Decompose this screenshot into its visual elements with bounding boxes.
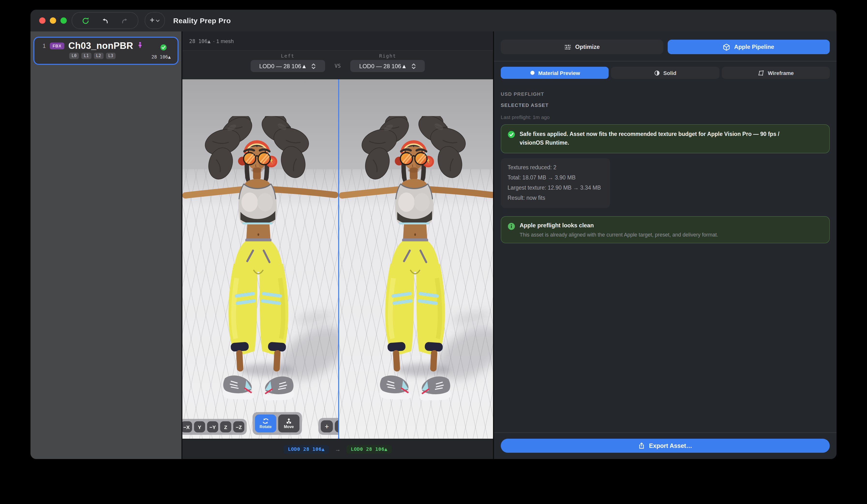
preflight-clean-banner: Apple preflight looks clean This asset i… [501,216,830,243]
app-window: + Reality Prep Pro 1 FBX Ch03_nonPBR [31,10,836,459]
render-mode-segmented-control: Material Preview Solid Wireframe [501,67,830,79]
viewport-meta-bar: 28 106▲ · 1 mesh [182,31,493,51]
zoom-out-button[interactable] [335,420,339,432]
transform-tool-group: Rotate Move [253,412,302,435]
asset-name: Ch03_nonPBR [68,41,133,50]
lod-compare-bar: Left LOD0 — 28 106▲ VS Right LOD0 — 28 1… [182,51,493,79]
move-tool-button[interactable]: Move [278,415,299,432]
refresh-icon [82,17,89,24]
left-lod-value: LOD0 — 28 106▲ [259,63,307,69]
right-3d-viewport[interactable] [339,79,493,439]
redo-icon [121,17,128,24]
circle-filled-icon [529,70,535,75]
undo-icon [101,17,109,24]
mode-wireframe-label: Wireframe [768,70,794,76]
zoom-window-button[interactable] [61,18,67,24]
character-model [339,116,493,406]
lod-chip: L2 [94,53,104,59]
left-3d-viewport[interactable]: −X Y −Y Z −Z Rotate [182,79,339,439]
character-icon [138,41,143,48]
axis-view-controls: −X Y −Y Z −Z [182,419,247,435]
inspector-panel: Optimize Apple Pipeline Material Preview [493,31,836,459]
mode-material-label: Material Preview [538,70,580,76]
plus-icon: + [150,16,154,24]
vs-label: VS [334,63,341,69]
check-circle-icon [507,131,515,138]
preflight-clean-subtitle: This asset is already aligned with the c… [520,232,718,238]
tab-optimize[interactable]: Optimize [501,40,663,54]
circle-half-icon [654,70,660,76]
left-lod-dropdown[interactable]: LOD0 — 28 106▲ [250,60,325,72]
section-selected-asset: SELECTED ASSET [501,103,830,108]
zoom-in-button[interactable]: + [321,420,333,432]
refresh-button[interactable] [79,14,92,27]
chevrons-updown-icon [411,63,416,69]
right-lod-value: LOD0 — 28 106▲ [359,63,407,69]
stat-largest-texture: Largest texture: 12.90 MB → 3.34 MB [507,183,603,193]
safe-fixes-banner: Safe fixes applied. Asset now fits the r… [501,124,830,153]
arrow-right-icon: → [335,446,341,452]
mode-wireframe[interactable]: Wireframe [721,67,830,79]
texture-stats-box: Textures reduced: 2 Total: 18.07 MB → 3.… [501,158,610,208]
source-lod-badge: LOD0 28 106▲ [283,445,329,453]
add-asset-button[interactable]: + [144,12,165,29]
asset-index: 1 [43,42,46,49]
divider [494,61,836,62]
tab-apple-pipeline-label: Apple Pipeline [734,44,774,50]
rotate-tool-label: Rotate [259,425,272,429]
rotate-tool-button[interactable]: Rotate [255,415,276,432]
undo-button[interactable] [99,14,111,27]
mode-solid[interactable]: Solid [611,67,719,79]
minimize-window-button[interactable] [50,18,56,24]
mesh-count: · 1 mesh [213,38,234,44]
check-circle-icon [160,44,167,51]
right-lod-dropdown[interactable]: LOD0 — 28 106▲ [351,60,425,72]
export-area: Export Asset… [494,432,836,459]
mesh-triangle-count: 28 106▲ [189,38,211,44]
move-tool-label: Move [284,425,294,429]
export-asset-button[interactable]: Export Asset… [501,439,830,453]
window-controls [39,18,67,24]
redo-button[interactable] [118,14,131,27]
chevrons-updown-icon [311,63,316,69]
info-circle-icon [507,222,515,230]
axis-button[interactable]: Y [194,421,205,432]
title-bar: + Reality Prep Pro [31,10,836,31]
axis-button[interactable]: Z [220,421,231,432]
preflight-clean-title: Apple preflight looks clean [520,222,718,229]
stat-textures-reduced: Textures reduced: 2 [507,162,603,173]
lod-chip: L1 [82,53,92,59]
axis-button[interactable]: −Z [233,421,244,432]
rotate-icon [262,418,269,424]
lod-chip: L3 [106,53,116,59]
safe-fixes-message: Safe fixes applied. Asset now fits the r… [520,130,779,147]
screen: + Reality Prep Pro 1 FBX Ch03_nonPBR [0,0,867,504]
viewport-column: 28 106▲ · 1 mesh Left LOD0 — 28 106▲ VS … [182,31,493,459]
close-window-button[interactable] [39,18,45,24]
wireframe-icon [758,69,764,76]
mode-material-preview[interactable]: Material Preview [501,67,609,79]
share-icon [639,442,645,449]
move-icon [286,418,292,424]
tab-apple-pipeline[interactable]: Apple Pipeline [667,40,830,54]
panel-tabs: Optimize Apple Pipeline [501,40,830,54]
app-title: Reality Prep Pro [173,17,231,25]
asset-list-item[interactable]: 1 FBX Ch03_nonPBR L0 L1 L2 L3 28 106▲ [33,37,179,65]
export-asset-label: Export Asset… [649,442,692,449]
zoom-control-group: + [318,418,339,435]
cube-icon [723,43,730,51]
mode-solid-label: Solid [663,70,676,76]
tab-optimize-label: Optimize [575,44,600,50]
last-preflight-timestamp: Last preflight: 1m ago [501,114,830,120]
asset-sidebar: 1 FBX Ch03_nonPBR L0 L1 L2 L3 28 106▲ [31,31,182,459]
format-badge: FBX [50,42,64,49]
lod-chip: L0 [69,53,79,59]
character-model [182,116,338,406]
section-usd-preflight: USD PREFLIGHT [501,92,830,97]
axis-button[interactable]: −Y [207,421,218,432]
axis-button[interactable]: −X [182,421,192,432]
chevron-down-icon [156,19,160,22]
result-lod-badge: LOD0 28 106▲ [346,445,392,453]
right-viewport-label: Right [379,53,396,58]
stat-total-size: Total: 18.07 MB → 3.90 MB [507,173,603,183]
